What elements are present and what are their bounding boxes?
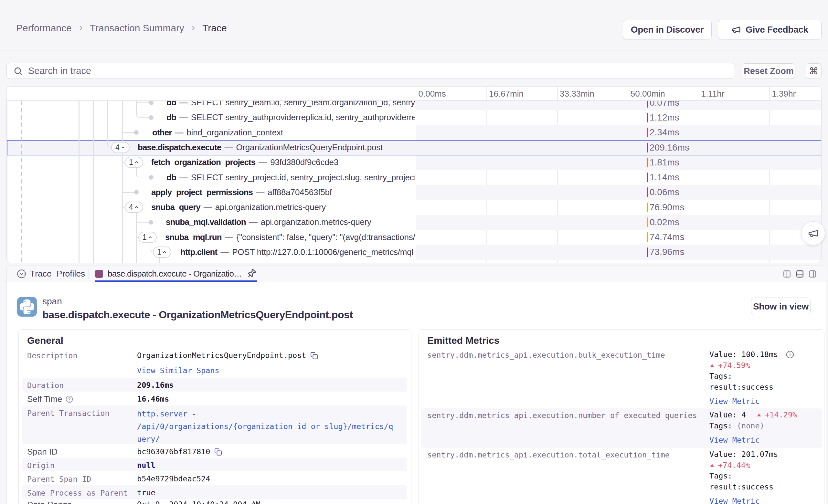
shortcut-command-button[interactable]: ⌘	[806, 63, 822, 79]
search-input[interactable]: Search in trace	[6, 63, 735, 79]
metric-name: sentry.ddm.metrics_api.execution.bulk_ex…	[427, 350, 665, 360]
pin-tab-button[interactable]	[247, 269, 256, 279]
span-row-label[interactable]: db—SELECT sentry_team.id, sentry_team.or…	[166, 101, 415, 110]
span-children-count-chip[interactable]: 4	[111, 142, 130, 153]
metric-row: sentry.ddm.metrics_api.execution.bulk_ex…	[421, 348, 822, 408]
span-duration-bar	[647, 232, 648, 242]
span-children-count-chip[interactable]: 1	[138, 232, 157, 243]
span-row-label[interactable]: base.dispatch.execute—OrganizationMetric…	[138, 140, 415, 155]
span-children-count-chip[interactable]: 1	[153, 247, 171, 258]
view-metric-link[interactable]: View Metric	[709, 396, 794, 407]
row-zebra-stripe	[416, 155, 822, 170]
metric-tags-value: result:success	[709, 382, 794, 393]
metric-row: sentry.ddm.metrics_api.execution.total_e…	[421, 448, 822, 504]
metric-name: sentry.ddm.metrics_api.execution.number_…	[427, 411, 697, 420]
span-row-label[interactable]: other—bind_organization_context	[152, 125, 415, 140]
span-duration-bar	[647, 217, 648, 227]
tab-span-details-active[interactable]: base.dispatch.execute - Organizatio…	[95, 266, 257, 282]
span-description: aff88a704563f5bf	[267, 187, 332, 198]
span-row-label[interactable]: snuba_query—api.organization.metrics-que…	[151, 200, 415, 215]
panel-right-icon	[808, 270, 817, 278]
tab-trace[interactable]: Trace	[30, 266, 52, 282]
span-row-label[interactable]: db—SELECT sentry_authproviderreplica.id,…	[166, 110, 415, 125]
kv-row: Parent Span IDb54e9729bdeac524	[22, 471, 407, 485]
metric-row: sentry.ddm.metrics_api.execution.number_…	[421, 408, 822, 448]
trace-rows: db—SELECT sentry_team.id, sentry_team.or…	[7, 101, 821, 263]
tree-connector-line	[122, 101, 123, 263]
pin-icon	[245, 267, 258, 281]
metric-values: Value: 4+14.29%Tags: (none)View Metric	[709, 410, 797, 446]
span-row-label[interactable]: http.client—POST http://127.0.0.1:10006/…	[180, 245, 415, 259]
span-description: 93fd380df9c6cde3	[270, 157, 338, 167]
kv-value: 16.46ms	[137, 394, 169, 404]
span-op: base.dispatch.execute	[138, 142, 221, 153]
drawer-tab-strip: Trace Profiles base.dispatch.execute - O…	[7, 266, 826, 282]
span-leaf-dot	[149, 220, 153, 224]
show-in-view-button[interactable]: Show in view	[751, 298, 811, 315]
layout-panel-left-button[interactable]	[783, 270, 791, 278]
span-detail-drawer: Trace Profiles base.dispatch.execute - O…	[6, 265, 826, 504]
metric-value: Value: 201.07ms	[709, 449, 778, 460]
span-row-label[interactable]: apply_project_permissions—aff88a704563f5…	[151, 185, 415, 200]
metric-values: Value: 201.07ms+74.44%Tags:result:succes…	[709, 449, 778, 504]
tab-profiles[interactable]: Profiles	[56, 266, 85, 282]
reset-zoom-label: Reset Zoom	[744, 66, 794, 76]
span-duration-label: 0.06ms	[650, 185, 679, 200]
panel-bottom-icon	[796, 270, 804, 278]
triangle-up-icon	[756, 412, 762, 418]
timeline-tick-label: 0.00ms	[418, 87, 446, 101]
span-op: db	[166, 172, 176, 182]
span-separator: —	[220, 247, 229, 257]
view-similar-spans-link[interactable]: View Similar Spans	[137, 366, 219, 375]
tree-connector-line	[93, 101, 94, 263]
show-in-view-label: Show in view	[753, 301, 809, 312]
span-description: SELECT sentry_project.id, sentry_project…	[191, 172, 415, 182]
breadcrumb-performance[interactable]: Performance	[16, 23, 72, 34]
triangle-up-icon	[709, 463, 715, 468]
kv-row: Duration209.16ms	[22, 378, 407, 391]
kv-value-text: OrganizationMetricsQueryEndpoint.post	[137, 351, 306, 360]
span-duration-bar	[647, 101, 648, 108]
active-tab-label: base.dispatch.execute - Organizatio…	[108, 269, 241, 279]
tab-strip-divider	[89, 269, 89, 279]
kv-value: b54e9729bdeac524	[137, 474, 210, 483]
span-duration-label: 209.16ms	[650, 140, 689, 155]
trace-waterfall-panel: db—SELECT sentry_team.id, sentry_team.or…	[6, 86, 822, 263]
tree-connector-line	[79, 101, 80, 263]
info-circle-icon[interactable]	[786, 350, 794, 359]
span-description: SELECT sentry_team.id, sentry_team.organ…	[191, 101, 415, 108]
kv-row: DescriptionOrganizationMetricsQueryEndpo…	[22, 348, 407, 377]
span-row-label[interactable]: db—SELECT sentry_project.id, sentry_proj…	[166, 170, 415, 185]
kv-value[interactable]: http.server - /api/0/organizations/{orga…	[137, 408, 398, 446]
span-op: fetch_organization_projects	[151, 157, 255, 167]
kv-value-text: bc963076bf817810	[137, 447, 210, 456]
copy-icon[interactable]	[214, 448, 222, 456]
collapse-drawer-button[interactable]	[17, 266, 26, 282]
span-duration-label: 73.96ms	[650, 245, 684, 259]
span-description: SELECT sentry_authproviderreplica.id, se…	[191, 113, 415, 122]
span-children-count-chip[interactable]: 1	[125, 157, 143, 168]
span-children-count-chip[interactable]: 4	[125, 202, 143, 213]
reset-zoom-button[interactable]: Reset Zoom	[742, 63, 795, 79]
children-count: 4	[115, 143, 120, 152]
span-op: snuba_mql.run	[165, 232, 222, 242]
tab-strip-divider	[24, 269, 25, 279]
chevron-up-icon	[162, 250, 167, 255]
layout-panel-right-button[interactable]	[808, 270, 817, 278]
children-count: 4	[129, 203, 133, 212]
view-metric-link[interactable]: View Metric	[709, 435, 797, 446]
view-metric-link[interactable]: View Metric	[709, 496, 778, 504]
breadcrumb-transaction-summary[interactable]: Transaction Summary	[90, 23, 184, 34]
layout-panel-bottom-button[interactable]	[796, 270, 804, 278]
span-separator: —	[204, 202, 212, 212]
floating-feedback-button[interactable]	[801, 221, 825, 245]
span-row-label[interactable]: snuba_mql.run—{"consistent": false, "que…	[165, 230, 415, 245]
copy-icon[interactable]	[310, 351, 318, 360]
open-in-discover-button[interactable]: Open in Discover	[623, 20, 712, 39]
span-row-label[interactable]: snuba_mql.validation—api.organization.me…	[166, 215, 415, 230]
give-feedback-button[interactable]: Give Feedback	[718, 20, 822, 39]
span-row-label[interactable]: fetch_organization_projects—93fd380df9c6…	[151, 155, 415, 170]
question-circle-icon[interactable]	[65, 395, 73, 403]
triangle-up-icon	[709, 363, 715, 368]
span-separator: —	[258, 157, 267, 167]
